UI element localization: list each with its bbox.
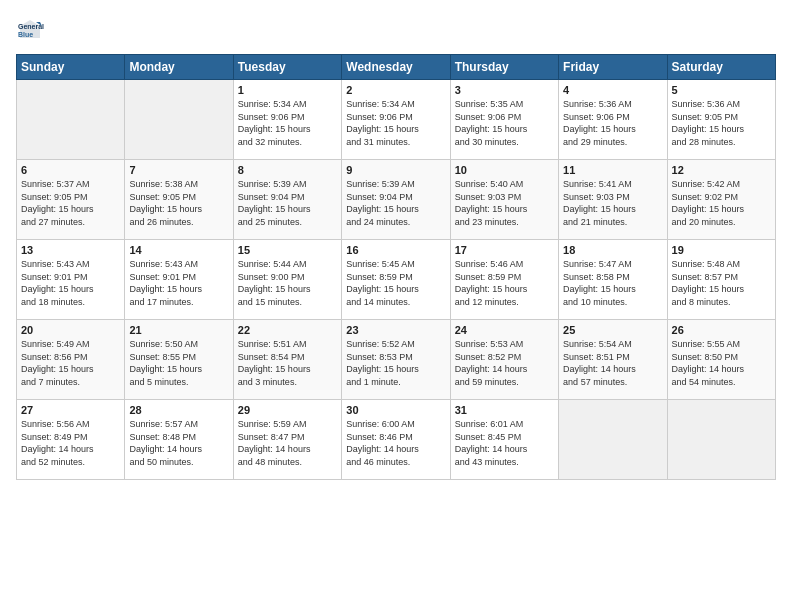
calendar-cell: 30Sunrise: 6:00 AM Sunset: 8:46 PM Dayli… [342,400,450,480]
calendar-cell: 24Sunrise: 5:53 AM Sunset: 8:52 PM Dayli… [450,320,558,400]
calendar-cell: 19Sunrise: 5:48 AM Sunset: 8:57 PM Dayli… [667,240,775,320]
logo: General Blue [16,16,48,44]
day-info: Sunrise: 5:43 AM Sunset: 9:01 PM Dayligh… [129,258,228,308]
calendar-cell: 13Sunrise: 5:43 AM Sunset: 9:01 PM Dayli… [17,240,125,320]
day-info: Sunrise: 6:00 AM Sunset: 8:46 PM Dayligh… [346,418,445,468]
calendar-cell: 29Sunrise: 5:59 AM Sunset: 8:47 PM Dayli… [233,400,341,480]
day-info: Sunrise: 5:43 AM Sunset: 9:01 PM Dayligh… [21,258,120,308]
weekday-header-thursday: Thursday [450,55,558,80]
weekday-header-saturday: Saturday [667,55,775,80]
calendar-cell [667,400,775,480]
calendar-cell: 7Sunrise: 5:38 AM Sunset: 9:05 PM Daylig… [125,160,233,240]
day-info: Sunrise: 5:39 AM Sunset: 9:04 PM Dayligh… [346,178,445,228]
logo-icon: General Blue [16,16,44,44]
calendar-cell: 1Sunrise: 5:34 AM Sunset: 9:06 PM Daylig… [233,80,341,160]
day-info: Sunrise: 5:47 AM Sunset: 8:58 PM Dayligh… [563,258,662,308]
day-info: Sunrise: 5:36 AM Sunset: 9:05 PM Dayligh… [672,98,771,148]
day-number: 14 [129,244,228,256]
day-info: Sunrise: 5:51 AM Sunset: 8:54 PM Dayligh… [238,338,337,388]
calendar-cell: 17Sunrise: 5:46 AM Sunset: 8:59 PM Dayli… [450,240,558,320]
day-info: Sunrise: 5:45 AM Sunset: 8:59 PM Dayligh… [346,258,445,308]
day-number: 6 [21,164,120,176]
day-number: 21 [129,324,228,336]
day-info: Sunrise: 5:39 AM Sunset: 9:04 PM Dayligh… [238,178,337,228]
day-info: Sunrise: 5:38 AM Sunset: 9:05 PM Dayligh… [129,178,228,228]
day-number: 22 [238,324,337,336]
day-number: 4 [563,84,662,96]
day-info: Sunrise: 5:57 AM Sunset: 8:48 PM Dayligh… [129,418,228,468]
calendar-cell: 3Sunrise: 5:35 AM Sunset: 9:06 PM Daylig… [450,80,558,160]
calendar-cell: 5Sunrise: 5:36 AM Sunset: 9:05 PM Daylig… [667,80,775,160]
day-number: 23 [346,324,445,336]
weekday-header-monday: Monday [125,55,233,80]
calendar-cell: 25Sunrise: 5:54 AM Sunset: 8:51 PM Dayli… [559,320,667,400]
calendar-cell: 12Sunrise: 5:42 AM Sunset: 9:02 PM Dayli… [667,160,775,240]
calendar-cell: 23Sunrise: 5:52 AM Sunset: 8:53 PM Dayli… [342,320,450,400]
day-info: Sunrise: 5:50 AM Sunset: 8:55 PM Dayligh… [129,338,228,388]
weekday-header-row: SundayMondayTuesdayWednesdayThursdayFrid… [17,55,776,80]
page-header: General Blue [16,16,776,44]
calendar-cell: 10Sunrise: 5:40 AM Sunset: 9:03 PM Dayli… [450,160,558,240]
day-number: 9 [346,164,445,176]
calendar-cell: 15Sunrise: 5:44 AM Sunset: 9:00 PM Dayli… [233,240,341,320]
calendar-cell [559,400,667,480]
weekday-header-sunday: Sunday [17,55,125,80]
day-info: Sunrise: 5:59 AM Sunset: 8:47 PM Dayligh… [238,418,337,468]
calendar-cell: 9Sunrise: 5:39 AM Sunset: 9:04 PM Daylig… [342,160,450,240]
day-number: 19 [672,244,771,256]
calendar-week-row: 6Sunrise: 5:37 AM Sunset: 9:05 PM Daylig… [17,160,776,240]
day-number: 27 [21,404,120,416]
day-number: 12 [672,164,771,176]
day-info: Sunrise: 5:34 AM Sunset: 9:06 PM Dayligh… [346,98,445,148]
day-info: Sunrise: 5:48 AM Sunset: 8:57 PM Dayligh… [672,258,771,308]
day-info: Sunrise: 5:42 AM Sunset: 9:02 PM Dayligh… [672,178,771,228]
calendar-cell: 20Sunrise: 5:49 AM Sunset: 8:56 PM Dayli… [17,320,125,400]
weekday-header-friday: Friday [559,55,667,80]
weekday-header-tuesday: Tuesday [233,55,341,80]
calendar-cell: 2Sunrise: 5:34 AM Sunset: 9:06 PM Daylig… [342,80,450,160]
day-number: 24 [455,324,554,336]
day-info: Sunrise: 5:37 AM Sunset: 9:05 PM Dayligh… [21,178,120,228]
day-number: 15 [238,244,337,256]
day-number: 26 [672,324,771,336]
day-number: 17 [455,244,554,256]
calendar-cell: 4Sunrise: 5:36 AM Sunset: 9:06 PM Daylig… [559,80,667,160]
day-info: Sunrise: 5:54 AM Sunset: 8:51 PM Dayligh… [563,338,662,388]
calendar-cell [125,80,233,160]
day-number: 2 [346,84,445,96]
day-info: Sunrise: 5:41 AM Sunset: 9:03 PM Dayligh… [563,178,662,228]
day-number: 3 [455,84,554,96]
day-info: Sunrise: 5:53 AM Sunset: 8:52 PM Dayligh… [455,338,554,388]
day-info: Sunrise: 5:40 AM Sunset: 9:03 PM Dayligh… [455,178,554,228]
calendar-cell: 27Sunrise: 5:56 AM Sunset: 8:49 PM Dayli… [17,400,125,480]
day-info: Sunrise: 5:44 AM Sunset: 9:00 PM Dayligh… [238,258,337,308]
calendar-cell: 14Sunrise: 5:43 AM Sunset: 9:01 PM Dayli… [125,240,233,320]
day-info: Sunrise: 5:55 AM Sunset: 8:50 PM Dayligh… [672,338,771,388]
calendar-cell: 16Sunrise: 5:45 AM Sunset: 8:59 PM Dayli… [342,240,450,320]
calendar-week-row: 27Sunrise: 5:56 AM Sunset: 8:49 PM Dayli… [17,400,776,480]
day-number: 31 [455,404,554,416]
weekday-header-wednesday: Wednesday [342,55,450,80]
calendar-cell: 28Sunrise: 5:57 AM Sunset: 8:48 PM Dayli… [125,400,233,480]
day-info: Sunrise: 6:01 AM Sunset: 8:45 PM Dayligh… [455,418,554,468]
day-info: Sunrise: 5:49 AM Sunset: 8:56 PM Dayligh… [21,338,120,388]
day-number: 16 [346,244,445,256]
day-number: 28 [129,404,228,416]
day-number: 7 [129,164,228,176]
calendar-cell: 8Sunrise: 5:39 AM Sunset: 9:04 PM Daylig… [233,160,341,240]
calendar-cell: 22Sunrise: 5:51 AM Sunset: 8:54 PM Dayli… [233,320,341,400]
day-info: Sunrise: 5:46 AM Sunset: 8:59 PM Dayligh… [455,258,554,308]
calendar-week-row: 13Sunrise: 5:43 AM Sunset: 9:01 PM Dayli… [17,240,776,320]
day-number: 20 [21,324,120,336]
calendar-cell: 11Sunrise: 5:41 AM Sunset: 9:03 PM Dayli… [559,160,667,240]
calendar-week-row: 20Sunrise: 5:49 AM Sunset: 8:56 PM Dayli… [17,320,776,400]
calendar-cell: 31Sunrise: 6:01 AM Sunset: 8:45 PM Dayli… [450,400,558,480]
calendar-cell: 18Sunrise: 5:47 AM Sunset: 8:58 PM Dayli… [559,240,667,320]
day-number: 1 [238,84,337,96]
day-number: 13 [21,244,120,256]
day-number: 30 [346,404,445,416]
day-number: 29 [238,404,337,416]
svg-text:Blue: Blue [18,31,33,38]
day-info: Sunrise: 5:36 AM Sunset: 9:06 PM Dayligh… [563,98,662,148]
day-number: 10 [455,164,554,176]
